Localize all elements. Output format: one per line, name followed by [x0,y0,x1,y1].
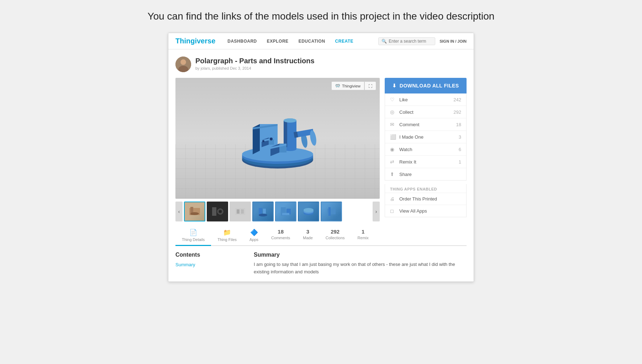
content-area: Polargraph - Parts and Instructions by j… [168,49,474,282]
thumbnail-6[interactable] [298,202,319,221]
nav-create[interactable]: CREATE [330,33,358,49]
svg-point-30 [190,212,199,215]
thumb-7-inner [321,202,341,221]
comments-count: 18 [278,229,284,235]
nav-dashboard[interactable]: DASHBOARD [222,33,262,49]
apps-tab-label: Apps [249,237,258,242]
svg-rect-35 [237,209,240,214]
main-layout: 🥽 Thingiview ⛶ ‹ [175,78,467,221]
thumb-4-inner [253,202,273,221]
remix-label: Remix It [399,159,459,165]
tab-remix[interactable]: 1 Remix [351,226,375,245]
navbar: Thingiverse DASHBOARD EXPLORE EDUCATION … [168,33,474,49]
app-order-printed[interactable]: 🖨 Order This Printed [385,193,466,205]
thumb-next-button[interactable]: › [373,202,380,221]
thumbnail-2[interactable] [207,202,228,221]
search-input[interactable] [389,39,432,44]
browser-window: Thingiverse DASHBOARD EXPLORE EDUCATION … [168,33,474,282]
navbar-logo[interactable]: Thingiverse [175,37,215,45]
made-one-count: 3 [459,134,461,140]
tab-made[interactable]: 3 Made [296,226,319,245]
svg-point-45 [304,208,314,212]
download-icon: ⬇ [392,83,397,89]
actions-panel: ♡ Like 242 ◎ Collect 292 ✉ Comment 1 [385,93,467,181]
action-share[interactable]: ⬆ Share [385,168,466,180]
action-collect[interactable]: ◎ Collect 292 [385,106,466,118]
collections-count: 292 [331,229,340,235]
action-remix[interactable]: ⇄ Remix It 1 [385,156,466,168]
fullscreen-button[interactable]: ⛶ [364,81,376,90]
nav-education[interactable]: EDUCATION [294,33,330,49]
thumbnail-1[interactable] [184,202,205,221]
thumb-3-inner [230,202,250,221]
watch-count: 6 [459,147,461,152]
comment-label: Comment [399,122,456,127]
summary-title: Summary [254,252,467,258]
svg-point-27 [262,140,264,142]
thumb-2-inner [207,202,227,221]
collect-icon: ◎ [390,109,397,115]
action-made-one[interactable]: ⬜ I Made One 3 [385,131,466,143]
comment-count: 18 [456,122,461,127]
svg-rect-31 [212,207,216,216]
tab-comments[interactable]: 18 Comments [265,226,296,245]
title-text: Polargraph - Parts and Instructions by j… [195,57,315,70]
thumbnail-4[interactable] [252,202,274,221]
apps-panel: Thing Apps Enabled 🖨 Order This Printed … [385,184,467,217]
thumb-prev-button[interactable]: ‹ [175,202,183,221]
apps-icon: ◻ [390,208,397,214]
avatar [175,57,191,72]
summary-text: I am going to say that I am just basing … [254,261,467,276]
summary-panel: Summary I am going to say that I am just… [254,252,467,276]
view-all-apps-label: View All Apps [399,208,427,214]
svg-rect-42 [282,213,289,215]
thing-title: Polargraph - Parts and Instructions [195,57,315,65]
action-comment[interactable]: ✉ Comment 18 [385,118,466,131]
svg-rect-47 [328,207,331,216]
remix-tab-count: 1 [362,229,364,235]
like-label: Like [399,97,453,102]
share-icon: ⬆ [390,171,397,177]
tab-collections[interactable]: 292 Collections [319,226,351,245]
collect-count: 292 [453,109,461,115]
tabs-row: 📄 Thing Details 📁 Thing Files 🔷 Apps 18 … [175,226,467,246]
thumb-1-inner [185,202,205,221]
comments-label: Comments [271,236,290,240]
made-label: Made [303,236,313,240]
3d-viewer[interactable]: 🥽 Thingiview ⛶ [175,78,380,199]
thingiview-button[interactable]: 🥽 Thingiview [331,81,364,90]
action-watch[interactable]: ◉ Watch 6 [385,143,466,156]
thumbnails-list [184,202,371,221]
avatar-image [175,57,191,72]
tab-thing-files[interactable]: 📁 Thing Files [211,226,243,245]
app-view-all[interactable]: ◻ View All Apps [385,205,466,217]
made-one-icon: ⬜ [390,134,397,140]
download-label: DOWNLOAD ALL FILES [400,83,459,89]
page-subtitle: You can find the links of the models use… [148,11,495,22]
thingiview-label: Thingiview [342,84,361,88]
signin-button[interactable]: SIGN IN / JOIN [440,39,467,43]
thumbnail-5[interactable] [275,202,296,221]
search-icon: 🔍 [381,39,387,44]
download-button[interactable]: ⬇ DOWNLOAD ALL FILES [385,78,467,93]
thing-files-icon: 📁 [223,229,231,236]
svg-point-33 [219,210,222,213]
apps-tab-icon: 🔷 [250,229,258,236]
tab-apps[interactable]: 🔷 Apps [243,226,265,245]
sidebar: ⬇ DOWNLOAD ALL FILES ♡ Like 242 ◎ Collec… [385,78,467,221]
thumb-5-inner [276,202,296,221]
thing-details-icon: 📄 [189,229,197,236]
remix-tab-label: Remix [358,236,369,240]
thumbnail-7[interactable] [321,202,342,221]
3d-object [228,85,327,177]
navbar-links: DASHBOARD EXPLORE EDUCATION CREATE [222,33,378,49]
tab-thing-details[interactable]: 📄 Thing Details [175,226,211,245]
svg-point-26 [270,138,273,140]
nav-explore[interactable]: EXPLORE [262,33,294,49]
thumbnail-3[interactable] [230,202,251,221]
contents-panel: Contents Summary [175,252,247,276]
action-like[interactable]: ♡ Like 242 [385,93,466,106]
contents-summary-link[interactable]: Summary [175,261,247,268]
bottom-content: Contents Summary Summary I am going to s… [175,252,467,282]
glasses-icon: 🥽 [335,84,340,88]
